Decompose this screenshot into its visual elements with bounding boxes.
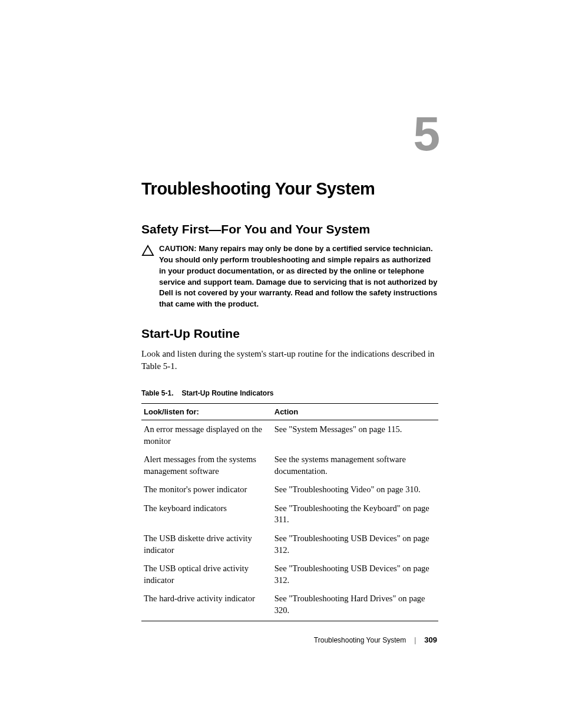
table-header-look: Look/listen for: xyxy=(141,404,272,420)
table-cell-action: See "Troubleshooting USB Devices" on pag… xyxy=(272,559,438,589)
table-row: The keyboard indicators See "Troubleshoo… xyxy=(141,499,438,529)
table-cell-look: The keyboard indicators xyxy=(141,499,272,529)
table-row: The monitor's power indicator See "Troub… xyxy=(141,480,438,499)
caution-text: CAUTION: Many repairs may only be done b… xyxy=(159,243,438,310)
table-header-action: Action xyxy=(272,404,438,420)
table-cell-look: The USB optical drive activity indicator xyxy=(141,559,272,589)
section-startup-heading: Start-Up Routine xyxy=(141,327,438,341)
table-cell-action: See "Troubleshooting the Keyboard" on pa… xyxy=(272,499,438,529)
table-row: Alert messages from the systems manageme… xyxy=(141,450,438,480)
table-cell-look: An error message displayed on the monito… xyxy=(141,420,272,451)
table-cell-look: Alert messages from the systems manageme… xyxy=(141,450,272,480)
table-row: The USB optical drive activity indicator… xyxy=(141,559,438,589)
table-cell-look: The USB diskette drive activity indicato… xyxy=(141,529,272,559)
table-cell-look: The monitor's power indicator xyxy=(141,480,272,499)
table-label: Table 5-1. xyxy=(141,389,173,397)
table-cell-action: See "Troubleshooting Video" on page 310. xyxy=(272,480,438,499)
table-row: The USB diskette drive activity indicato… xyxy=(141,529,438,559)
footer-page-number: 309 xyxy=(424,635,437,644)
table-header-row: Look/listen for: Action xyxy=(141,404,438,420)
table-title: Start-Up Routine Indicators xyxy=(181,389,273,397)
table-cell-action: See the systems management software docu… xyxy=(272,450,438,480)
table-cell-action: See "Troubleshooting Hard Drives" on pag… xyxy=(272,589,438,621)
startup-body-text: Look and listen during the system's star… xyxy=(141,348,438,373)
caution-block: CAUTION: Many repairs may only be done b… xyxy=(141,243,438,310)
table-cell-action: See "System Messages" on page 115. xyxy=(272,420,438,451)
caution-triangle-icon xyxy=(141,245,154,256)
indicators-table: Look/listen for: Action An error message… xyxy=(141,403,438,621)
chapter-title: Troubleshooting Your System xyxy=(141,179,438,199)
caution-label: CAUTION: xyxy=(159,244,199,253)
table-caption: Table 5-1.Start-Up Routine Indicators xyxy=(141,389,438,397)
chapter-number: 5 xyxy=(141,106,438,162)
section-safety-heading: Safety First—For You and Your System xyxy=(141,222,438,236)
footer-separator: | xyxy=(414,636,416,644)
footer-title: Troubleshooting Your System xyxy=(314,636,406,644)
table-cell-look: The hard-drive activity indicator xyxy=(141,589,272,621)
table-row: An error message displayed on the monito… xyxy=(141,420,438,451)
caution-body: Many repairs may only be done by a certi… xyxy=(159,244,437,308)
page-footer: Troubleshooting Your System | 309 xyxy=(314,635,437,644)
table-cell-action: See "Troubleshooting USB Devices" on pag… xyxy=(272,529,438,559)
table-row: The hard-drive activity indicator See "T… xyxy=(141,589,438,621)
